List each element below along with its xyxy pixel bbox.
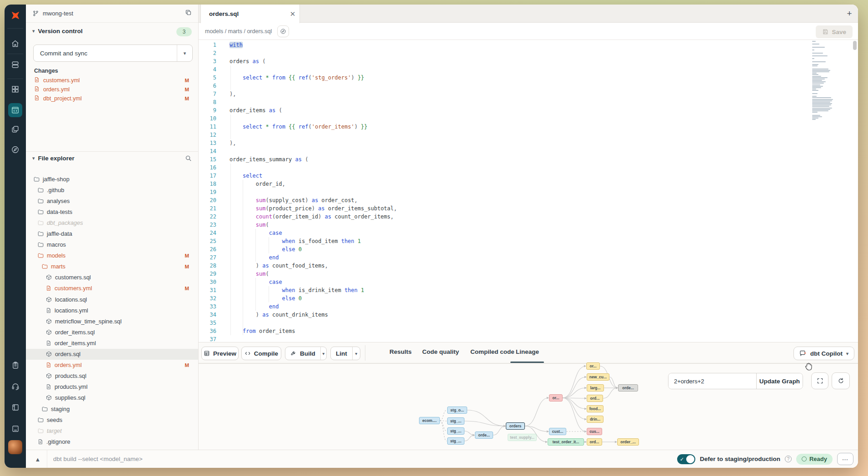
code-line[interactable]: 12 bbox=[199, 131, 858, 139]
lineage-node-stg_o[interactable]: stg_o... bbox=[447, 407, 467, 414]
command-input[interactable] bbox=[53, 450, 462, 468]
file-tree-item[interactable]: martsM bbox=[26, 261, 198, 272]
lint-options-chevron[interactable]: ▾ bbox=[352, 347, 360, 360]
user-avatar[interactable] bbox=[8, 440, 22, 454]
lineage-node-drin[interactable]: drin... bbox=[587, 416, 604, 423]
file-tree-item[interactable]: dbt_packages bbox=[26, 217, 198, 228]
lineage-node-orde1[interactable]: orde... bbox=[475, 431, 493, 439]
code-line[interactable]: 9order_items as ( bbox=[199, 106, 858, 114]
code-line[interactable]: 1with bbox=[199, 41, 858, 49]
code-line[interactable]: 13), bbox=[199, 139, 858, 147]
tab-results[interactable]: Results bbox=[389, 348, 412, 355]
file-tree-item[interactable]: customers.sql bbox=[26, 272, 198, 283]
code-line[interactable]: 22 count(order_item_id) as count_order_i… bbox=[199, 213, 858, 221]
code-line[interactable]: 7), bbox=[199, 90, 858, 98]
editor-scrollbar[interactable] bbox=[853, 41, 857, 50]
nav-home[interactable] bbox=[8, 37, 22, 51]
file-tree-item[interactable]: jaffle-shop bbox=[26, 174, 198, 184]
code-line[interactable]: 23 sum( bbox=[199, 221, 858, 229]
defer-toggle[interactable]: ✓ bbox=[677, 454, 695, 464]
code-line[interactable]: 6 bbox=[199, 82, 858, 90]
lineage-node-testsup[interactable]: test_supply... bbox=[508, 434, 537, 441]
lineage-node-order_f[interactable]: order_... bbox=[617, 438, 639, 446]
lineage-node-food[interactable]: food... bbox=[587, 405, 604, 412]
file-tree-item[interactable]: seeds bbox=[26, 414, 198, 425]
code-line[interactable]: 27 end bbox=[199, 253, 858, 262]
code-line[interactable]: 5 select * from {{ ref('stg_orders') }} bbox=[199, 74, 858, 82]
build-button[interactable]: Build ▾ bbox=[285, 347, 327, 360]
code-line[interactable]: 18 order_id, bbox=[199, 180, 858, 188]
code-line[interactable]: 30 case bbox=[199, 278, 858, 286]
file-tree-item[interactable]: products.yml bbox=[26, 382, 198, 392]
file-search-icon[interactable] bbox=[185, 155, 192, 164]
code-line[interactable]: 31 when is_drink_item then 1 bbox=[199, 286, 858, 294]
version-control-header[interactable]: ▾ Version control bbox=[32, 28, 83, 35]
changed-file-item[interactable]: customers.ymlM bbox=[26, 76, 198, 85]
duplicate-icon[interactable] bbox=[185, 9, 192, 18]
code-line[interactable]: 15order_items_summary as ( bbox=[199, 155, 858, 164]
lineage-node-test_oi[interactable]: test_order_it... bbox=[548, 438, 584, 446]
lineage-node-or_p[interactable]: or... bbox=[549, 394, 563, 402]
nav-support[interactable] bbox=[8, 379, 22, 393]
lineage-node-cust[interactable]: cust... bbox=[549, 428, 566, 435]
dbt-copilot-button[interactable]: dbt Copilot ▾ bbox=[793, 347, 854, 360]
code-line[interactable]: 37 bbox=[199, 335, 858, 342]
lint-button[interactable]: Lint ▾ bbox=[330, 347, 360, 360]
status-badge[interactable]: Ready bbox=[796, 454, 833, 465]
dbt-logo[interactable] bbox=[9, 9, 22, 22]
file-tree-item[interactable]: jaffle-data bbox=[26, 228, 198, 239]
file-tree-item[interactable]: locations.yml bbox=[26, 305, 198, 316]
open-in-lineage-button[interactable] bbox=[277, 25, 289, 37]
commit-options-chevron[interactable]: ▾ bbox=[177, 45, 192, 61]
code-line[interactable]: 11 select * from {{ ref('order_items') }… bbox=[199, 123, 858, 131]
file-tree-item[interactable]: metricflow_time_spine.sql bbox=[26, 316, 198, 327]
file-tree-item[interactable]: supplies.sql bbox=[26, 392, 198, 403]
compile-button[interactable]: Compile bbox=[241, 347, 281, 360]
code-line[interactable]: 20 sum(supply_cost) as order_cost, bbox=[199, 196, 858, 204]
code-line[interactable]: 4 bbox=[199, 65, 858, 74]
code-line[interactable]: 35 bbox=[199, 319, 858, 327]
file-tree-item[interactable]: target bbox=[26, 425, 198, 436]
file-tree-item[interactable]: orders.sql bbox=[26, 349, 198, 360]
lineage-node-orde_g[interactable]: orde... bbox=[618, 384, 638, 392]
nav-apps-grid[interactable] bbox=[8, 82, 22, 96]
code-line[interactable]: 25 when is_food_item then 1 bbox=[199, 237, 858, 245]
file-tree-item[interactable]: customers.ymlM bbox=[26, 283, 198, 294]
code-line[interactable]: 8 bbox=[199, 98, 858, 106]
nav-docs[interactable] bbox=[8, 400, 22, 414]
code-line[interactable]: 10 bbox=[199, 114, 858, 123]
file-tree-item[interactable]: data-tests bbox=[26, 206, 198, 217]
code-line[interactable]: 29 sum( bbox=[199, 270, 858, 278]
lineage-node-stg_3[interactable]: stg_... bbox=[447, 437, 464, 445]
update-graph-button[interactable]: Update Graph bbox=[756, 373, 803, 389]
code-line[interactable]: 21 sum(product_price) as order_items_sub… bbox=[199, 204, 858, 213]
code-line[interactable]: 19 bbox=[199, 188, 858, 196]
code-line[interactable]: 17 select bbox=[199, 172, 858, 180]
nav-explore[interactable] bbox=[8, 143, 22, 157]
tab-orders-sql[interactable]: orders.sql ✕ bbox=[200, 5, 300, 23]
code-line[interactable]: 26 else 0 bbox=[199, 245, 858, 253]
editor-minimap[interactable] bbox=[812, 41, 851, 120]
file-tree-item[interactable]: macros bbox=[26, 239, 198, 250]
lineage-node-ord1[interactable]: ord... bbox=[587, 395, 603, 402]
preview-button[interactable]: Preview bbox=[201, 347, 239, 360]
commit-and-sync-button[interactable]: Commit and sync ▾ bbox=[33, 45, 193, 62]
lineage-node-stg_2[interactable]: stg_... bbox=[447, 427, 464, 435]
code-line[interactable]: 36 from order_items bbox=[199, 327, 858, 335]
file-tree-item[interactable]: staging bbox=[26, 403, 198, 414]
file-tree-item[interactable]: .github bbox=[26, 184, 198, 195]
nav-changelog[interactable] bbox=[8, 358, 22, 372]
new-tab-button[interactable]: + bbox=[844, 8, 855, 19]
save-button[interactable]: Save bbox=[816, 25, 853, 38]
code-line[interactable]: 33 end bbox=[199, 302, 858, 311]
lineage-node-stg_1[interactable]: stg_... bbox=[447, 417, 464, 425]
file-explorer-header[interactable]: ▾ File explorer bbox=[32, 155, 75, 162]
file-tree-item[interactable]: analyses bbox=[26, 195, 198, 206]
command-bar-expand-chevron[interactable]: ▲ bbox=[32, 455, 43, 464]
code-line[interactable]: 14 bbox=[199, 147, 858, 155]
nav-shortcuts[interactable] bbox=[8, 421, 22, 436]
nav-orchestration[interactable] bbox=[8, 122, 22, 136]
lineage-node-new_cu[interactable]: new_cu... bbox=[587, 373, 609, 381]
lineage-node-larg[interactable]: larg... bbox=[587, 384, 604, 392]
code-line[interactable]: 34 ) as count_drink_items bbox=[199, 311, 858, 319]
